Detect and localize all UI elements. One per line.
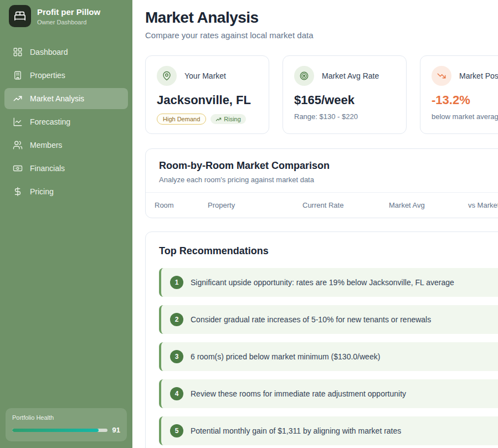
sidebar-item-forecasting[interactable]: Forecasting xyxy=(4,111,128,132)
target-icon xyxy=(294,66,314,86)
recommendation-number: 2 xyxy=(170,313,183,326)
main-content: Market Analysis Compare your rates again… xyxy=(132,0,498,448)
stat-card-market-position: Market Position -13.2% below market aver… xyxy=(420,55,498,134)
app-logo: Profit per Pillow Owner Dashboard xyxy=(0,0,132,35)
sidebar-item-members[interactable]: Members xyxy=(4,135,128,156)
stat-label: Market Position xyxy=(459,71,498,80)
trend-down-icon xyxy=(432,66,451,86)
status-badge-high-demand: High Demand xyxy=(157,114,206,125)
sidebar-item-label: Forecasting xyxy=(30,117,70,126)
recommendations-title: Top Recommendations xyxy=(159,245,498,257)
stat-value: Jacksonville, FL xyxy=(157,93,258,107)
banknote-icon xyxy=(13,163,23,173)
logo-text: Profit per Pillow Owner Dashboard xyxy=(37,7,100,25)
chart-line-icon xyxy=(13,117,23,127)
bed-icon xyxy=(9,5,31,27)
list-item: 1 Significant upside opportunity: rates … xyxy=(159,268,498,297)
sidebar-item-label: Members xyxy=(30,141,62,150)
portfolio-health-card: Portfolio Health 91 xyxy=(6,408,127,441)
sidebar-item-label: Market Analysis xyxy=(30,94,84,103)
comparison-subtitle: Analyze each room's pricing against mark… xyxy=(146,176,498,184)
column-header-vs-market: vs Market xyxy=(468,201,498,209)
sidebar-item-properties[interactable]: Properties xyxy=(4,65,128,86)
mini-trend-up-icon xyxy=(215,116,222,122)
stat-card-your-market: Your Market Jacksonville, FL High Demand… xyxy=(145,55,269,134)
recommendation-number: 1 xyxy=(170,276,183,289)
column-header-room: Room xyxy=(155,201,208,209)
list-item: 2 Consider gradual rate increases of 5-1… xyxy=(159,305,498,334)
map-pin-icon xyxy=(157,66,177,86)
recommendation-text: Significant upside opportunity: rates ar… xyxy=(191,278,454,287)
recommendation-number: 5 xyxy=(170,424,183,437)
stat-sub: Range: $130 - $220 xyxy=(294,112,395,121)
comparison-title: Room-by-Room Market Comparison xyxy=(146,160,498,172)
sidebar-item-label: Properties xyxy=(30,71,65,80)
column-header-current-rate: Current Rate xyxy=(302,201,389,209)
list-item: 3 6 room(s) priced below market minimum … xyxy=(159,342,498,371)
app-title: Profit per Pillow xyxy=(37,7,100,17)
sidebar-item-financials[interactable]: Financials xyxy=(4,158,128,179)
sidebar-item-pricing[interactable]: Pricing xyxy=(4,181,128,202)
dollar-icon xyxy=(13,187,23,197)
grid-icon xyxy=(13,47,23,57)
portfolio-health-value: 91 xyxy=(112,426,120,434)
recommendation-number: 4 xyxy=(170,387,183,400)
building-icon xyxy=(13,70,23,80)
recommendation-text: 6 room(s) priced below market minimum ($… xyxy=(191,352,380,361)
recommendation-number: 3 xyxy=(170,350,183,363)
app-window: Profit per Pillow Owner Dashboard Dashbo… xyxy=(0,0,498,448)
page-subtitle: Compare your rates against local market … xyxy=(145,30,498,40)
status-badge-rising: Rising xyxy=(211,114,246,124)
stats-row: Your Market Jacksonville, FL High Demand… xyxy=(145,55,498,134)
stat-value: $165/week xyxy=(294,93,395,107)
sidebar-item-dashboard[interactable]: Dashboard xyxy=(4,42,128,63)
portfolio-health-progressbar xyxy=(12,429,107,432)
stat-label: Your Market xyxy=(184,71,226,80)
recommendation-text: Consider gradual rate increases of 5-10%… xyxy=(191,315,431,324)
column-header-property: Property xyxy=(208,201,302,209)
sidebar-item-label: Pricing xyxy=(30,187,54,196)
recommendations-section: Top Recommendations 1 Significant upside… xyxy=(145,231,498,448)
comparison-section: Room-by-Room Market Comparison Analyze e… xyxy=(145,148,498,218)
badge-label: Rising xyxy=(224,116,241,122)
list-item: 5 Potential monthly gain of $1,311 by al… xyxy=(159,416,498,445)
sidebar-item-market-analysis[interactable]: Market Analysis xyxy=(4,88,128,109)
recommendation-text: Review these rooms for immediate rate ad… xyxy=(191,389,406,398)
app-subtitle: Owner Dashboard xyxy=(37,19,100,25)
stat-label: Market Avg Rate xyxy=(322,71,379,80)
recommendation-text: Potential monthly gain of $1,311 by alig… xyxy=(191,426,401,435)
page-title: Market Analysis xyxy=(145,9,498,27)
sidebar-item-label: Financials xyxy=(30,164,65,173)
column-header-market-avg: Market Avg xyxy=(389,201,468,209)
portfolio-health-label: Portfolio Health xyxy=(12,414,120,421)
users-icon xyxy=(13,140,23,150)
sidebar-nav: Dashboard Properties Market Analysi xyxy=(0,35,132,202)
stat-value: -13.2% xyxy=(432,93,498,107)
stat-card-market-avg-rate: Market Avg Rate $165/week Range: $130 - … xyxy=(283,55,407,134)
trend-up-icon xyxy=(13,94,23,104)
table-header-row: Room Property Current Rate Market Avg vs… xyxy=(146,192,498,218)
sidebar: Profit per Pillow Owner Dashboard Dashbo… xyxy=(0,0,132,448)
list-item: 4 Review these rooms for immediate rate … xyxy=(159,379,498,408)
sidebar-item-label: Dashboard xyxy=(30,48,68,56)
portfolio-health-row: 91 xyxy=(12,426,120,434)
portfolio-health-fill xyxy=(12,429,99,432)
stat-sub: below market average xyxy=(432,112,498,121)
